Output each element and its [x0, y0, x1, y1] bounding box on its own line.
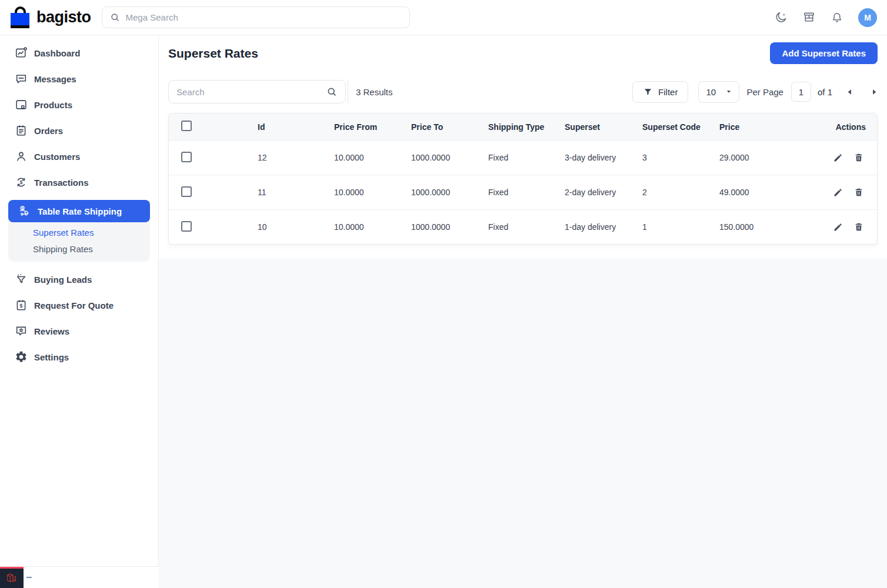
cell-price: 29.0000	[709, 153, 822, 162]
cell-price: 150.0000	[709, 222, 822, 232]
datagrid-toolbar: 3 Results Filter 10 Per Page of 1	[168, 80, 878, 103]
column-header-price-to: Price To	[401, 122, 478, 132]
submenu-item-shipping-rates[interactable]: Shipping Rates	[33, 243, 150, 255]
customers-icon	[14, 150, 28, 163]
sidebar-item-transactions[interactable]: $ Transactions	[0, 169, 158, 195]
sidebar-item-messages[interactable]: Messages	[0, 66, 158, 92]
datagrid-search-input[interactable]	[176, 87, 326, 97]
notifications-icon[interactable]	[831, 11, 843, 24]
cell-id: 11	[248, 188, 324, 197]
page-title: Superset Rates	[168, 46, 258, 61]
sidebar-item-request-for-quote[interactable]: $ Request For Quote	[0, 292, 158, 318]
content-section: Superset Rates Add Superset Rates 3 Resu…	[159, 35, 887, 259]
sidebar-item-dashboard[interactable]: Dashboard	[0, 40, 158, 66]
avatar[interactable]: M	[858, 8, 877, 27]
filter-button[interactable]: Filter	[632, 81, 688, 103]
sidebar-item-label: Reviews	[34, 326, 69, 336]
row-checkbox[interactable]	[181, 221, 192, 232]
laravel-debugbar-icon[interactable]	[0, 567, 24, 588]
title-row: Superset Rates Add Superset Rates	[168, 42, 878, 64]
toolbar-right: Filter 10 Per Page of 1	[632, 81, 878, 103]
per-page-select[interactable]: 10	[698, 81, 739, 103]
column-header-price-from: Price From	[324, 122, 401, 132]
cell-superset: 3-day delivery	[555, 153, 632, 162]
cell-price: 49.0000	[709, 188, 822, 197]
sidebar-item-label: Customers	[34, 152, 80, 162]
mega-search	[102, 6, 410, 28]
search-icon	[326, 86, 338, 98]
table-row: 12 10.0000 1000.0000 Fixed 3-day deliver…	[169, 140, 877, 175]
dashboard-icon	[14, 46, 28, 60]
table-rate-shipping-group: $ Table Rate Shipping Superset Rates Shi…	[8, 200, 150, 262]
page-total: of 1	[818, 87, 832, 97]
cell-superset-code: 1	[632, 222, 709, 232]
edit-icon[interactable]	[832, 222, 843, 233]
sidebar-item-buying-leads[interactable]: Buying Leads	[0, 266, 158, 292]
superset-rates-table: Id Price From Price To Shipping Type Sup…	[168, 113, 878, 245]
cell-superset-code: 3	[632, 153, 709, 162]
svg-text:$: $	[19, 303, 22, 309]
delete-icon[interactable]	[853, 152, 864, 163]
cell-shipping-type: Fixed	[478, 188, 555, 197]
column-header-actions: Actions	[822, 122, 877, 132]
storefront-icon[interactable]	[802, 11, 816, 24]
cell-price-from: 10.0000	[324, 188, 401, 197]
cell-price-to: 1000.0000	[401, 153, 478, 162]
table-rate-shipping-submenu: Superset Rates Shipping Rates	[8, 222, 150, 262]
sidebar-item-settings[interactable]: Settings	[0, 344, 158, 370]
sidebar-item-table-rate-shipping[interactable]: $ Table Rate Shipping	[8, 200, 150, 222]
sidebar-item-label: Transactions	[34, 178, 89, 188]
mega-search-input[interactable]	[126, 12, 402, 22]
next-page-button[interactable]	[871, 89, 878, 95]
sidebar-item-reviews[interactable]: Reviews	[0, 318, 158, 344]
add-superset-rates-button[interactable]: Add Superset Rates	[770, 42, 878, 64]
cell-shipping-type: Fixed	[478, 222, 555, 232]
select-all-checkbox[interactable]	[181, 121, 192, 131]
funnel-icon	[14, 273, 28, 286]
row-checkbox[interactable]	[181, 152, 192, 162]
per-page-label: Per Page	[746, 87, 783, 97]
sidebar-item-label: Orders	[34, 126, 63, 136]
table-header-row: Id Price From Price To Shipping Type Sup…	[169, 113, 877, 140]
cell-price-to: 1000.0000	[401, 188, 478, 197]
sidebar-item-label: Request For Quote	[34, 300, 114, 310]
cell-shipping-type: Fixed	[478, 153, 555, 162]
column-header-superset: Superset	[555, 122, 632, 132]
submenu-item-superset-rates[interactable]: Superset Rates	[33, 227, 150, 239]
row-checkbox[interactable]	[181, 186, 192, 197]
cell-superset: 2-day delivery	[555, 188, 632, 197]
messages-icon	[14, 72, 28, 86]
header-right: M	[774, 8, 877, 27]
edit-icon[interactable]	[832, 152, 843, 163]
filter-icon	[643, 87, 653, 97]
cell-id: 10	[248, 222, 324, 232]
page-number-input[interactable]	[791, 82, 811, 102]
results-count: 3 Results	[356, 87, 393, 97]
sidebar-item-customers[interactable]: Customers	[0, 143, 158, 169]
debugbar-minimize-button[interactable]	[26, 577, 32, 578]
main-content: Superset Rates Add Superset Rates 3 Resu…	[159, 35, 887, 588]
cell-superset: 1-day delivery	[555, 222, 632, 232]
sidebar-item-label: Messages	[34, 74, 76, 84]
cell-price-from: 10.0000	[324, 222, 401, 232]
table-row: 11 10.0000 1000.0000 Fixed 2-day deliver…	[169, 175, 877, 209]
previous-page-button[interactable]	[846, 89, 853, 95]
edit-icon[interactable]	[832, 187, 843, 198]
dark-mode-icon[interactable]	[774, 11, 788, 24]
sidebar-item-orders[interactable]: Orders	[0, 118, 158, 143]
sidebar-item-products[interactable]: Products	[0, 92, 158, 118]
datagrid-search	[168, 80, 346, 103]
top-header: bagisto M	[0, 0, 887, 35]
products-icon	[14, 98, 28, 112]
debugbar	[0, 566, 159, 588]
gear-icon	[14, 350, 28, 364]
sidebar-item-label: Table Rate Shipping	[38, 206, 122, 216]
transactions-icon: $	[14, 176, 28, 189]
cell-price-from: 10.0000	[324, 153, 401, 162]
review-star-icon	[14, 325, 28, 338]
logo-text: bagisto	[36, 8, 91, 26]
logo[interactable]: bagisto	[11, 6, 91, 29]
sidebar-item-label: Settings	[34, 352, 69, 362]
delete-icon[interactable]	[853, 187, 864, 198]
delete-icon[interactable]	[853, 222, 864, 232]
